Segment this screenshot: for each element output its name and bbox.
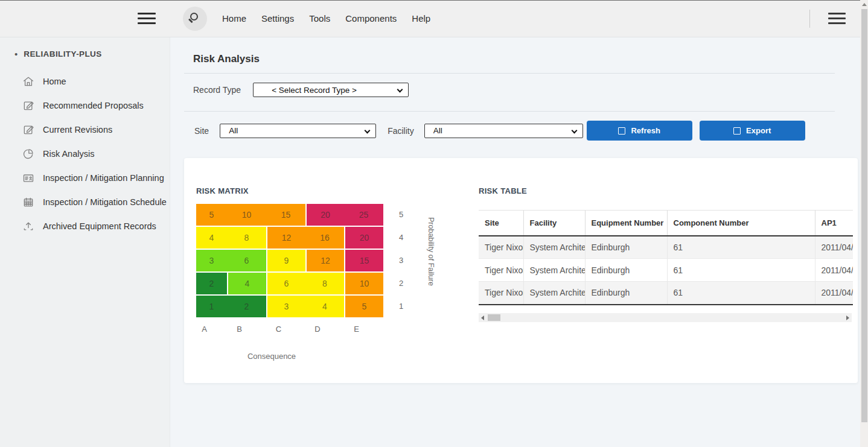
matrix-y-label: 3 bbox=[391, 250, 403, 273]
nav-link-components[interactable]: Components bbox=[345, 13, 397, 24]
sidebar-item-inspection-mitigation-planning[interactable]: Inspection / Mitigation Planning bbox=[0, 166, 170, 190]
matrix-cell: 20 bbox=[305, 204, 344, 226]
sidebar-item-label: Inspection / Mitigation Schedule bbox=[43, 197, 167, 207]
sidebar-item-risk-analysis[interactable]: Risk Analysis bbox=[0, 142, 170, 166]
table-cell: Tiger Nixon bbox=[479, 259, 523, 282]
nav-link-tools[interactable]: Tools bbox=[309, 13, 330, 24]
options-hamburger-icon[interactable] bbox=[828, 13, 846, 24]
refresh-button-label: Refresh bbox=[631, 126, 660, 135]
refresh-button[interactable]: Refresh bbox=[587, 121, 692, 141]
matrix-cell: 6 bbox=[227, 250, 266, 271]
column-header-site[interactable]: Site bbox=[479, 211, 523, 236]
sidebar-menu: HomeRecommended ProposalsCurrent Revisio… bbox=[0, 69, 170, 238]
sidebar-item-label: Current Revisions bbox=[43, 125, 112, 135]
column-header-facility[interactable]: Facility bbox=[523, 211, 585, 236]
sidebar-item-recommended-proposals[interactable]: Recommended Proposals bbox=[0, 94, 170, 118]
nav-link-home[interactable]: Home bbox=[222, 13, 246, 24]
sidebar-item-label: Archived Equipment Records bbox=[43, 221, 156, 231]
matrix-x-label: A bbox=[189, 325, 220, 334]
record-type-select[interactable]: < Select Record Type > bbox=[253, 83, 409, 97]
calendar-icon bbox=[22, 195, 35, 209]
brand-bullet-icon: • bbox=[14, 49, 18, 59]
horizontal-scrollbar[interactable] bbox=[479, 313, 852, 322]
matrix-y-label: 2 bbox=[391, 273, 403, 296]
nav-link-settings[interactable]: Settings bbox=[261, 13, 294, 24]
horizontal-scrollbar-thumb[interactable] bbox=[488, 314, 500, 321]
site-label: Site bbox=[194, 126, 209, 136]
table-cell: 2011/04/ bbox=[815, 282, 853, 305]
nav-link-help[interactable]: Help bbox=[412, 13, 430, 24]
column-header-component-number[interactable]: Component Number bbox=[667, 211, 815, 236]
matrix-cell: 3 bbox=[196, 250, 227, 271]
matrix-cell: 4 bbox=[227, 273, 266, 294]
matrix-row: 12345 bbox=[196, 296, 479, 317]
risk-matrix-grid: 51015202548121620369121524681012345 bbox=[196, 204, 479, 317]
matrix-cell: 2 bbox=[227, 296, 266, 317]
vertical-scrollbar[interactable] bbox=[860, 0, 868, 447]
risk-table-section: RISK TABLE SiteFacilityEquipment NumberC… bbox=[479, 158, 858, 383]
table-cell: System Architect bbox=[523, 236, 585, 259]
matrix-cell: 10 bbox=[227, 204, 266, 226]
matrix-cell: 5 bbox=[196, 204, 227, 226]
site-select[interactable]: All bbox=[220, 124, 376, 138]
column-header-ap1[interactable]: AP1 bbox=[815, 211, 853, 236]
matrix-cell: 15 bbox=[344, 250, 383, 271]
risk-table-heading: RISK TABLE bbox=[479, 186, 858, 195]
home-icon bbox=[22, 75, 35, 88]
matrix-cell: 12 bbox=[266, 227, 305, 249]
scroll-right-arrow-icon[interactable] bbox=[846, 315, 849, 320]
matrix-row: 246810 bbox=[196, 273, 479, 294]
main-content: Risk Analysis Record Type < Select Recor… bbox=[170, 37, 860, 447]
matrix-cell: 1 bbox=[196, 296, 227, 317]
facility-label: Facility bbox=[388, 126, 414, 136]
table-cell: Tiger Nixon bbox=[479, 236, 523, 259]
matrix-x-label: D bbox=[298, 325, 337, 334]
table-cell: Tiger Nixon bbox=[479, 282, 523, 305]
matrix-cell: 4 bbox=[196, 227, 227, 249]
table-cell: 61 bbox=[667, 259, 815, 282]
matrix-x-label: E bbox=[337, 325, 376, 334]
matrix-y-axis-title: Probability of Failure bbox=[427, 217, 435, 314]
matrix-cell: 9 bbox=[266, 250, 305, 271]
id-card-icon bbox=[22, 171, 35, 185]
sidebar-item-home[interactable]: Home bbox=[0, 69, 170, 94]
sidebar-item-label: Recommended Proposals bbox=[43, 101, 144, 110]
matrix-cell: 15 bbox=[266, 204, 305, 226]
matrix-cell: 25 bbox=[344, 204, 383, 226]
brand: • RELIABILITY-PLUS bbox=[14, 49, 170, 59]
sidebar-item-current-revisions[interactable]: Current Revisions bbox=[0, 118, 170, 142]
matrix-x-label: B bbox=[220, 325, 259, 334]
page-title: Risk Analysis bbox=[193, 53, 860, 65]
navbar-links: HomeSettingsToolsComponentsHelp bbox=[222, 13, 430, 24]
sidebar-item-archived-equipment-records[interactable]: Archived Equipment Records bbox=[0, 214, 170, 238]
search-button[interactable] bbox=[183, 7, 207, 31]
pie-chart-icon bbox=[22, 147, 35, 160]
column-header-equipment-number[interactable]: Equipment Number bbox=[585, 211, 667, 236]
matrix-row: 48121620 bbox=[196, 227, 479, 249]
matrix-row: 510152025 bbox=[196, 204, 479, 226]
facility-select[interactable]: All bbox=[424, 124, 583, 138]
table-cell: 2011/04/ bbox=[815, 259, 853, 282]
vertical-scrollbar-thumb[interactable] bbox=[861, 9, 867, 422]
export-button[interactable]: Export bbox=[700, 121, 805, 141]
risk-matrix-chart: 51015202548121620369121524681012345 5432… bbox=[196, 204, 479, 361]
navbar-divider bbox=[809, 10, 810, 28]
menu-hamburger-icon[interactable] bbox=[138, 13, 156, 24]
upload-icon bbox=[22, 220, 35, 233]
sidebar-item-label: Risk Analysis bbox=[43, 149, 94, 159]
table-cell: System Architect bbox=[523, 282, 585, 305]
scroll-up-arrow-icon[interactable] bbox=[862, 3, 867, 6]
matrix-cell: 12 bbox=[305, 250, 344, 271]
sidebar-item-inspection-mitigation-schedule[interactable]: Inspection / Mitigation Schedule bbox=[0, 190, 170, 214]
matrix-cell: 10 bbox=[344, 273, 383, 294]
matrix-x-axis-title: Consequence bbox=[196, 352, 347, 361]
matrix-y-label: 4 bbox=[391, 227, 403, 250]
matrix-y-label: 5 bbox=[391, 204, 403, 227]
record-type-label: Record Type bbox=[193, 85, 241, 95]
scroll-left-arrow-icon[interactable] bbox=[481, 315, 484, 320]
sidebar-item-label: Inspection / Mitigation Planning bbox=[43, 173, 164, 183]
matrix-cell: 2 bbox=[196, 273, 227, 294]
app-window: HomeSettingsToolsComponentsHelp • RELIAB… bbox=[0, 0, 860, 447]
matrix-cell: 20 bbox=[344, 227, 383, 249]
table-row: Tiger NixonSystem ArchitectEdinburgh6120… bbox=[479, 259, 853, 282]
